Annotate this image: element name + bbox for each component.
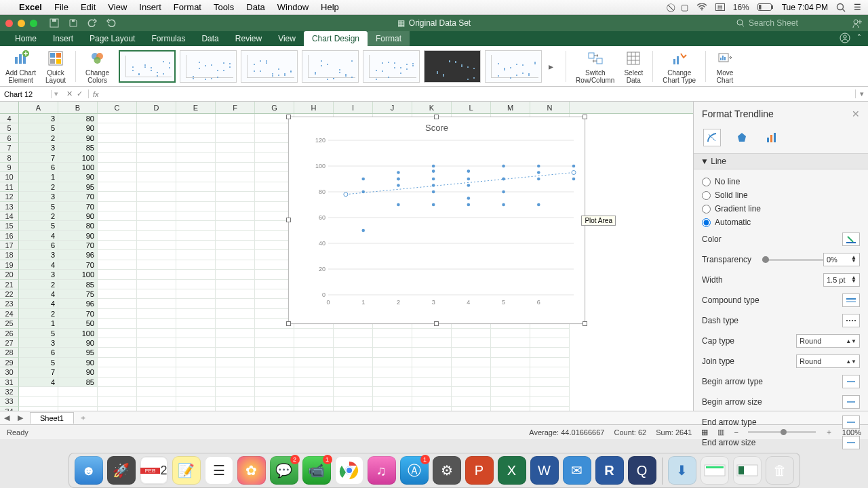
- cell[interactable]: 1: [19, 319, 58, 328]
- cell[interactable]: [216, 143, 255, 152]
- cell[interactable]: [98, 329, 137, 338]
- cell[interactable]: [58, 407, 98, 411]
- cell[interactable]: [137, 260, 176, 270]
- chart-style-4[interactable]: [302, 50, 359, 83]
- cell[interactable]: [216, 211, 255, 221]
- column-header[interactable]: H: [294, 102, 334, 113]
- cell[interactable]: [137, 309, 176, 319]
- cell[interactable]: [491, 367, 530, 377]
- cell[interactable]: [373, 396, 412, 406]
- cell[interactable]: [176, 153, 216, 163]
- cell[interactable]: [176, 172, 216, 182]
- cell[interactable]: [137, 211, 176, 221]
- cell[interactable]: [176, 250, 216, 260]
- cell[interactable]: [176, 270, 216, 279]
- row-header[interactable]: 29: [0, 358, 19, 367]
- cell[interactable]: [176, 182, 216, 192]
- row-header[interactable]: 22: [0, 289, 19, 299]
- cell[interactable]: [98, 211, 137, 221]
- tab-view[interactable]: View: [270, 31, 304, 46]
- menu-window[interactable]: Window: [277, 2, 309, 12]
- enter-formula-icon[interactable]: ✓: [77, 89, 83, 98]
- cell[interactable]: 70: [58, 202, 98, 211]
- row-header[interactable]: 17: [0, 241, 19, 250]
- cell[interactable]: 2: [19, 280, 58, 289]
- cell[interactable]: [176, 231, 216, 241]
- dock-mail[interactable]: ✉: [563, 456, 591, 485]
- cell[interactable]: [216, 367, 255, 377]
- dock-trash[interactable]: 🗑: [766, 456, 794, 485]
- qat-redo-icon[interactable]: [106, 18, 116, 28]
- cell[interactable]: [19, 387, 58, 396]
- cell[interactable]: 95: [58, 348, 98, 357]
- cell[interactable]: 3: [19, 114, 58, 123]
- resize-handle[interactable]: [286, 115, 291, 119]
- cell[interactable]: [176, 163, 216, 172]
- cell[interactable]: [216, 134, 255, 143]
- cell[interactable]: [137, 299, 176, 308]
- cell[interactable]: 100: [58, 329, 98, 338]
- sheet-tab[interactable]: Sheet1: [30, 412, 74, 424]
- cell[interactable]: [412, 378, 452, 387]
- cell[interactable]: [98, 231, 137, 241]
- section-header-line[interactable]: ▼ Line: [694, 153, 868, 169]
- row-header[interactable]: 30: [0, 367, 19, 377]
- cell[interactable]: [452, 407, 491, 411]
- cell[interactable]: [373, 407, 412, 411]
- end-arrow-size-picker[interactable]: [842, 436, 860, 449]
- color-picker[interactable]: [842, 232, 860, 246]
- cell[interactable]: [98, 114, 137, 123]
- cell[interactable]: [19, 407, 58, 411]
- view-page-layout-icon[interactable]: ▥: [717, 428, 724, 436]
- cell[interactable]: [176, 396, 216, 406]
- panel-close-icon[interactable]: ✕: [852, 108, 860, 119]
- tab-data[interactable]: Data: [193, 31, 226, 46]
- cell[interactable]: 85: [58, 378, 98, 387]
- window-controls[interactable]: [5, 20, 37, 27]
- zoom-slider[interactable]: [748, 431, 816, 433]
- qat-save-icon[interactable]: [68, 18, 78, 28]
- cell[interactable]: [216, 241, 255, 250]
- cell[interactable]: 90: [58, 231, 98, 241]
- cell[interactable]: [98, 280, 137, 289]
- zoom-in-icon[interactable]: ＋: [825, 427, 833, 437]
- cell[interactable]: [176, 309, 216, 319]
- resize-handle[interactable]: [434, 321, 439, 326]
- cell[interactable]: [137, 143, 176, 152]
- radio-automatic[interactable]: Automatic: [702, 216, 860, 229]
- cell[interactable]: [176, 202, 216, 211]
- cell[interactable]: 7: [19, 153, 58, 163]
- cell[interactable]: [98, 192, 137, 201]
- dock-word[interactable]: W: [530, 456, 559, 485]
- cell[interactable]: [137, 396, 176, 406]
- row-header[interactable]: 31: [0, 378, 19, 387]
- row-header[interactable]: 18: [0, 250, 19, 260]
- quick-layout-button[interactable]: Quick Layout: [45, 49, 66, 84]
- cell[interactable]: [334, 396, 373, 406]
- cell[interactable]: 80: [58, 221, 98, 230]
- dock-excel[interactable]: X: [498, 456, 526, 485]
- row-header[interactable]: 23: [0, 299, 19, 308]
- cell[interactable]: 3: [19, 143, 58, 152]
- cell[interactable]: [334, 358, 373, 367]
- resize-handle[interactable]: [583, 115, 587, 119]
- cell[interactable]: [98, 378, 137, 387]
- cell[interactable]: [176, 289, 216, 299]
- switch-row-column-button[interactable]: Switch Row/Column: [576, 49, 614, 84]
- change-colors-button[interactable]: Change Colors: [85, 49, 109, 84]
- cell[interactable]: [98, 163, 137, 172]
- cell[interactable]: [137, 270, 176, 279]
- row-header[interactable]: 32: [0, 387, 19, 396]
- column-header[interactable]: B: [58, 102, 98, 113]
- cell[interactable]: [294, 367, 334, 377]
- cell[interactable]: [216, 221, 255, 230]
- cell[interactable]: [98, 367, 137, 377]
- resize-handle[interactable]: [583, 321, 587, 326]
- cell[interactable]: [216, 163, 255, 172]
- zoom-out-icon[interactable]: −: [734, 428, 738, 436]
- tab-chart-design[interactable]: Chart Design: [304, 31, 368, 46]
- cell[interactable]: [373, 358, 412, 367]
- cell[interactable]: 100: [58, 163, 98, 172]
- cell[interactable]: [137, 407, 176, 411]
- column-header[interactable]: N: [530, 102, 570, 113]
